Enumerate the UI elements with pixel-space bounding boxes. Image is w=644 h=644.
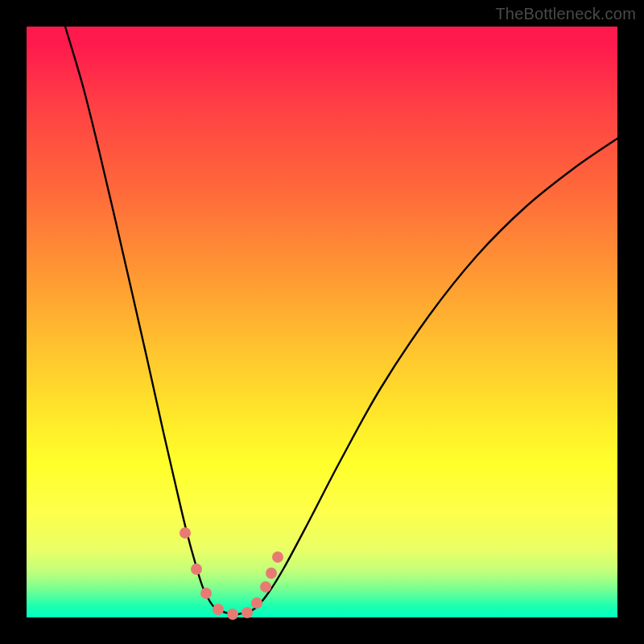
curve-layer (27, 27, 617, 617)
chart-frame: TheBottleneck.com (0, 0, 644, 644)
marker-dots (180, 527, 283, 620)
marker-dot (266, 568, 277, 579)
plot-area (27, 27, 617, 617)
marker-dot (251, 597, 262, 609)
marker-dot (191, 564, 202, 575)
marker-dot (227, 609, 238, 620)
watermark-text: TheBottleneck.com (495, 5, 636, 23)
marker-dot (200, 588, 212, 599)
marker-dot (260, 581, 271, 592)
curve-left (65, 27, 234, 615)
marker-dot (242, 607, 253, 618)
marker-dot (213, 604, 224, 615)
marker-dot (180, 527, 191, 539)
curve-right (234, 138, 617, 615)
marker-dot (272, 551, 283, 563)
